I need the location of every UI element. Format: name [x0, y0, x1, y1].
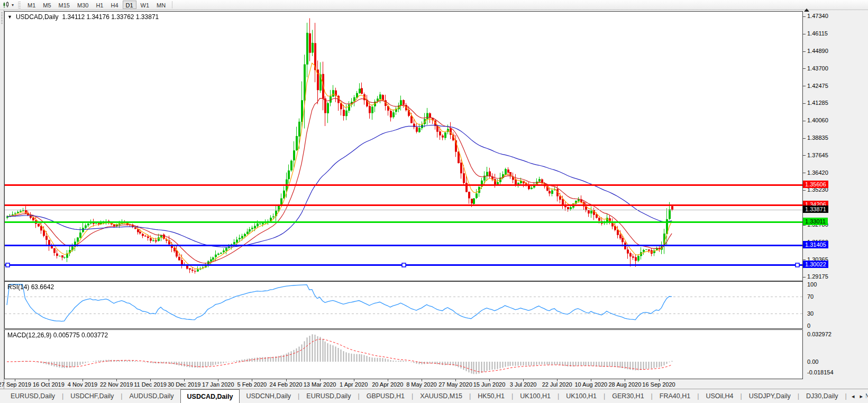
date-tick-label: 17 Jan 2020 — [202, 381, 234, 388]
price-tick-label: 1.29175 — [807, 273, 828, 280]
macd-indicator-panel: MACD(12,26,9) 0.005775 0.003772 — [4, 329, 803, 379]
chart-tab-usdcad-daily[interactable]: USDCAD,Daily — [180, 389, 240, 403]
date-tick-label: 16 Oct 2019 — [33, 381, 65, 388]
macd-axis-label: 0.00 — [807, 359, 818, 365]
price-tick-label: 1.46115 — [807, 30, 828, 37]
price-tick-mark — [803, 16, 806, 17]
timeframe-button-mn[interactable]: MN — [153, 1, 169, 9]
chart-tab-usdjpy-daily[interactable]: USDJPY,Daily — [743, 389, 797, 403]
date-tick-label: 11 Dec 2019 — [134, 381, 167, 388]
macd-axis-label: -0.018154 — [807, 369, 834, 375]
chart-tab-eurusd-daily[interactable]: EURUSD,Daily — [300, 389, 357, 403]
timeframe-button-h4[interactable]: H4 — [107, 1, 121, 9]
chart-tab-gbpusd-h1[interactable]: GBPUSD,H1 — [360, 389, 411, 403]
axis-scroll-marker-icon — [804, 8, 809, 12]
toolbar-separator — [172, 1, 172, 8]
chart-tab-usdcnh-daily[interactable]: USDCNH,Daily — [240, 389, 297, 403]
chart-tab-usoil-h4[interactable]: USOil,H4 — [699, 389, 739, 403]
date-tick-label: 8 May 2020 — [406, 381, 436, 388]
panel-drag-grip[interactable] — [1, 12, 3, 24]
macd-label: MACD(12,26,9) 0.005775 0.003772 — [7, 332, 108, 339]
price-axis[interactable]: 1.473401.461151.448901.437001.424751.412… — [803, 11, 868, 379]
timeframe-button-m1[interactable]: M1 — [24, 1, 39, 9]
rsi-level-label: 30 — [807, 310, 814, 317]
chart-tab-audusd-daily[interactable]: AUDUSD,Daily — [123, 389, 180, 403]
hline-price-tag: 1.35606 — [803, 181, 828, 188]
price-tick-label: 1.41285 — [807, 100, 828, 106]
price-tick-label: 1.37645 — [807, 152, 828, 158]
timeframe-button-h1[interactable]: H1 — [93, 1, 106, 9]
price-tick-mark — [803, 103, 806, 104]
timeframe-button-d1[interactable]: D1 — [123, 1, 136, 9]
chart-type-dropdown-caret[interactable]: ▾ — [12, 3, 14, 7]
chart-tab-usdchf-daily[interactable]: USDCHF,Daily — [64, 389, 120, 403]
timeframe-button-m5[interactable]: M5 — [40, 1, 54, 9]
rsi-canvas[interactable] — [5, 282, 802, 328]
price-tick-label: 1.47340 — [807, 13, 828, 19]
timeframe-button-m30[interactable]: M30 — [74, 1, 92, 9]
price-tick-mark — [803, 68, 806, 69]
macd-canvas[interactable] — [5, 330, 802, 379]
timeframe-button-m15[interactable]: M15 — [56, 1, 73, 9]
chart-type-icon[interactable] — [2, 1, 11, 9]
main-chart-canvas[interactable] — [5, 12, 802, 281]
timeframe-button-w1[interactable]: W1 — [138, 1, 153, 9]
price-tick-label: 1.36420 — [807, 169, 828, 176]
date-tick-label: 27 Sep 2019 — [0, 381, 31, 388]
rsi-level-label: 70 — [807, 293, 814, 300]
price-tick-mark — [803, 173, 806, 173]
price-tick-mark — [803, 190, 806, 191]
date-tick-label: 4 Nov 2019 — [68, 381, 97, 388]
timeframe-button-group: M1M5M15M30H1H4D1W1MN — [24, 1, 169, 9]
date-tick-label: 24 Feb 2020 — [270, 381, 303, 388]
date-tick-label: 5 Feb 2020 — [237, 381, 267, 388]
rsi-level-label: 0 — [807, 323, 810, 329]
chart-tab-ger30-h1[interactable]: GER30,H1 — [606, 389, 650, 403]
date-axis[interactable]: 27 Sep 201916 Oct 20194 Nov 201922 Nov 2… — [4, 379, 803, 389]
chart-tab-uk100-h1[interactable]: UK100,H1 — [514, 389, 557, 403]
price-tick-mark — [803, 34, 806, 34]
chart-tab-uk100-h1[interactable]: UK100,H1 — [560, 389, 603, 403]
macd-axis-label: 0.032972 — [807, 331, 832, 337]
chart-symbol-label: USDCAD,Daily — [16, 13, 59, 21]
tab-scroll-right-icon[interactable]: ▸ — [860, 393, 863, 400]
hline-price-tag: 1.31405 — [803, 241, 828, 248]
chart-tab-fra40-h1[interactable]: FRA40,H1 — [653, 389, 697, 403]
chart-tab-eurusd-daily[interactable]: EURUSD,Daily — [4, 389, 61, 403]
rsi-label: RSI(14) 63.6642 — [7, 283, 54, 291]
date-tick-label: 22 Nov 2019 — [100, 381, 133, 388]
chart-title: ▼ USDCAD,Daily 1.34112 1.34176 1.33762 1… — [7, 13, 159, 21]
date-tick-label: 16 Sep 2020 — [642, 381, 675, 388]
hline-price-tag: 1.30022 — [803, 261, 828, 268]
toolbar-drag-grip[interactable] — [18, 2, 21, 8]
date-tick-label: 27 May 2020 — [438, 381, 472, 388]
date-tick-label: 1 Apr 2020 — [340, 381, 368, 388]
price-tick-label: 1.42475 — [807, 83, 828, 89]
chart-tab-xauusd-m15[interactable]: XAUUSD,M15 — [414, 389, 469, 403]
chart-ohlc-readout: 1.34112 1.34176 1.33762 1.33871 — [62, 13, 159, 21]
date-tick-label: 20 Apr 2020 — [372, 381, 403, 388]
date-tick-label: 22 Jul 2020 — [542, 381, 572, 388]
price-tick-mark — [803, 138, 806, 139]
chart-tab-hk50-h1[interactable]: HK50,H1 — [471, 389, 511, 403]
hline-price-tag: 1.33011 — [803, 218, 828, 225]
rsi-level-label: 100 — [807, 281, 817, 288]
price-tick-mark — [803, 277, 806, 277]
date-tick-label: 28 Aug 2020 — [608, 381, 641, 388]
price-tick-mark — [803, 155, 806, 156]
price-chart-panel: ▼ USDCAD,Daily 1.34112 1.34176 1.33762 1… — [4, 11, 803, 281]
date-tick-label: 15 Jun 2020 — [473, 381, 506, 388]
top-toolbar: ▾ M1M5M15M30H1H4D1W1MN — [0, 0, 868, 10]
chart-tab-bar: EURUSD,Daily|USDCHF,Daily|AUDUSD,DailyUS… — [0, 389, 868, 403]
date-tick-label: 30 Dec 2019 — [168, 381, 200, 388]
price-tick-mark — [803, 86, 806, 86]
price-tick-label: 1.44890 — [807, 48, 828, 54]
price-tick-mark — [803, 51, 806, 52]
tab-scroll-arrows: ◂ ▸ — [848, 389, 866, 403]
current-price-tag: 1.33871 — [803, 205, 828, 213]
symbol-dropdown-caret[interactable]: ▼ — [7, 14, 12, 20]
rsi-indicator-panel: RSI(14) 63.6642 — [4, 281, 803, 329]
chart-tab-dj30-daily[interactable]: DJ30,Daily — [800, 389, 844, 403]
price-tick-mark — [803, 121, 806, 121]
tab-scroll-left-icon[interactable]: ◂ — [852, 393, 855, 400]
